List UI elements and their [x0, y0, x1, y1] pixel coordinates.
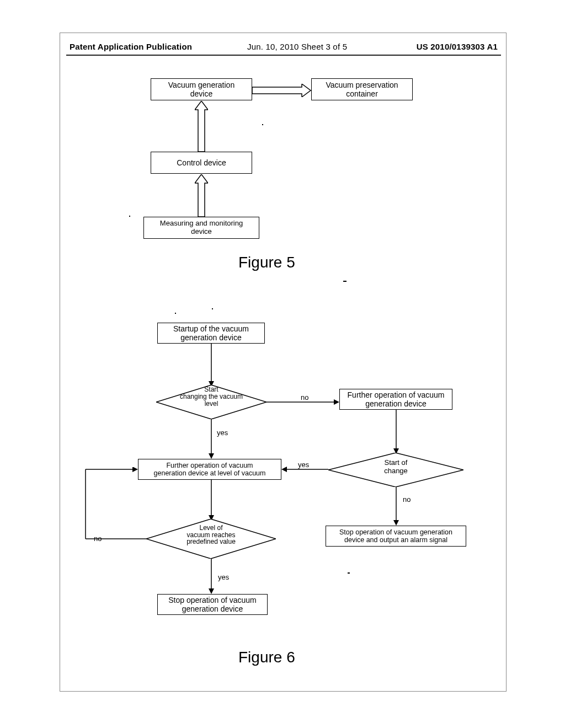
arrow-left-icon	[281, 467, 328, 472]
text-line: level	[156, 400, 266, 408]
fig5-vacuum-preservation-container: Vacuum preservation container	[311, 78, 413, 100]
decorative-dot	[262, 124, 263, 125]
svg-marker-2	[195, 174, 208, 217]
loop-back-arrow-icon	[83, 467, 149, 542]
text-line: container	[346, 89, 378, 98]
text-line: device	[191, 228, 212, 236]
svg-marker-25	[209, 588, 214, 594]
svg-marker-1	[195, 101, 208, 152]
text-line: generation device	[182, 604, 243, 613]
svg-marker-16	[393, 520, 399, 526]
text-line: Vacuum preservation	[326, 81, 398, 89]
hollow-arrow-up-icon	[195, 174, 208, 217]
text-line: generation device at level of vacuum	[154, 469, 266, 477]
text-line: Measuring and monitoring	[160, 220, 243, 228]
fig5-control-device: Control device	[151, 152, 252, 174]
text-line: Control device	[177, 158, 226, 167]
arrow-down-icon	[209, 480, 214, 521]
arrow-down-icon	[209, 559, 214, 594]
fig6-d2-no-label: no	[403, 495, 411, 504]
figure-5-label: Figure 5	[238, 254, 295, 271]
figure-6-area: Startup of the vacuum generation device …	[66, 323, 508, 665]
text-line: generation device	[365, 399, 427, 408]
fig6-further-operation-box: Further operation of vacuum generation d…	[339, 389, 452, 410]
header-right: US 2010/0139303 A1	[417, 42, 498, 51]
decorative-dot	[175, 313, 176, 314]
fig6-startup-box: Startup of the vacuum generation device	[157, 323, 265, 344]
fig6-d3-yes-label: yes	[218, 573, 229, 581]
hollow-arrow-up-icon	[195, 101, 208, 152]
text-line: Startup of the vacuum	[173, 324, 249, 333]
decorative-dot	[129, 216, 130, 217]
arrow-down-icon	[393, 410, 399, 454]
text-line: device and output an alarm signal	[344, 536, 447, 544]
header-rule	[66, 55, 501, 56]
svg-marker-7	[334, 399, 339, 405]
arrow-down-icon	[209, 344, 214, 387]
text-line: Further operation of vacuum	[348, 390, 445, 399]
text-line: Stop operation of vacuum	[168, 596, 257, 604]
arrow-down-icon	[393, 487, 399, 526]
fig6-stop-alarm-box: Stop operation of vacuum generation devi…	[326, 526, 466, 547]
page: Patent Application Publication Jun. 10, …	[0, 0, 565, 728]
fig6-decision3-text: Level of vacuum reaches predefined value	[146, 524, 276, 545]
svg-marker-9	[209, 453, 214, 459]
fig6-further-op-level-box: Further operation of vacuum generation d…	[138, 459, 281, 480]
decorative-dot	[212, 308, 213, 309]
arrow-right-icon	[266, 399, 339, 405]
text-line: change	[328, 467, 463, 475]
decorative-dash	[348, 572, 350, 574]
text-line: Vacuum generation	[168, 81, 234, 89]
figure-6-label: Figure 6	[238, 649, 295, 666]
text-line: Start of	[328, 459, 463, 467]
fig5-measuring-monitoring-device: Measuring and monitoring device	[143, 217, 259, 239]
text-line: Stop operation of vacuum generation	[339, 528, 452, 536]
text-line: Further operation of vacuum	[166, 462, 253, 469]
svg-marker-23	[132, 467, 138, 472]
fig6-decision2-text: Start of change	[328, 459, 463, 475]
svg-marker-14	[281, 467, 287, 472]
text-line: device	[190, 89, 212, 98]
text-line: predefined value	[146, 538, 276, 545]
hollow-arrow-right-icon	[252, 84, 311, 97]
fig6-decision1-text: Start changing the vacuum level	[156, 386, 266, 408]
header-mid: Jun. 10, 2010 Sheet 3 of 5	[247, 42, 347, 51]
text-line: generation device	[180, 333, 242, 342]
fig6-stop-box: Stop operation of vacuum generation devi…	[157, 594, 268, 615]
fig5-vacuum-generation-device: Vacuum generation device	[151, 78, 252, 100]
arrow-down-icon	[209, 419, 214, 459]
decorative-dash	[343, 281, 347, 282]
header-left: Patent Application Publication	[70, 42, 192, 51]
fig6-d1-yes-label: yes	[217, 429, 228, 437]
svg-marker-0	[252, 84, 311, 97]
text-line: Level of	[146, 524, 276, 532]
